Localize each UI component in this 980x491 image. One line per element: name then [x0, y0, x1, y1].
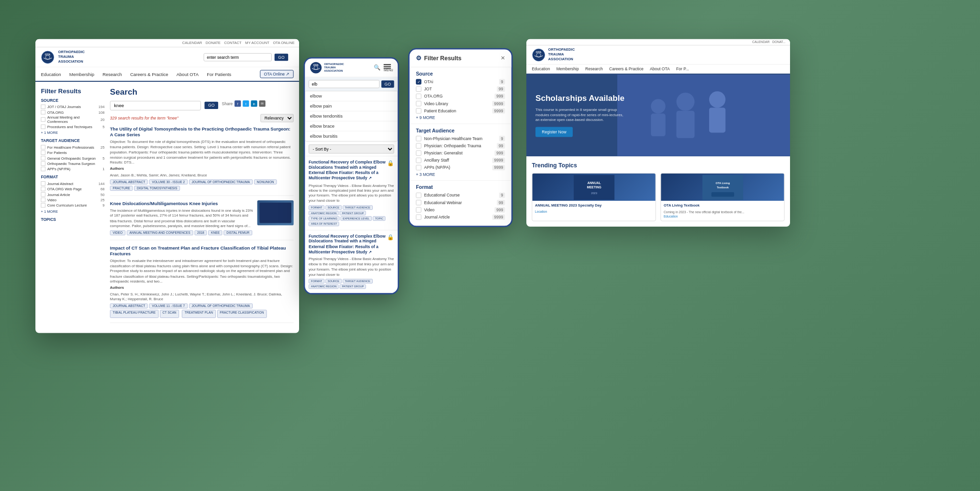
register-button[interactable]: Register Now [535, 127, 573, 137]
journal-article-format-cb[interactable] [416, 214, 421, 219]
journal-article-checkbox[interactable] [41, 192, 45, 197]
main-search-input[interactable] [110, 100, 201, 110]
mobile-result-title-2[interactable]: Functional Recovery of Complex Elbow Dis… [309, 233, 394, 254]
tag-treatment-plan[interactable]: TREATMENT PLAN [182, 310, 216, 318]
video-format-cb[interactable] [416, 207, 421, 212]
twitter-share-icon[interactable]: t [243, 100, 249, 107]
right-nav-about[interactable]: About OTA [650, 66, 670, 71]
sidebar-otaorg[interactable]: OTA.ORG 108 [41, 110, 104, 115]
source-filter-more[interactable]: + 9 MORE [416, 115, 505, 120]
mobile-left-search-input[interactable] [309, 80, 379, 88]
nav-careers[interactable]: Careers & Practice [130, 71, 168, 76]
right-topbar-calendar[interactable]: CALENDAR [752, 40, 769, 44]
trending-card-textbook[interactable]: OTA Living Textbook OTA Living Textbook … [660, 173, 784, 221]
right-topbar-donat[interactable]: DONAT... [772, 40, 786, 44]
edu-webinar-cb[interactable] [416, 200, 421, 205]
format-more-link[interactable]: + 1 MORE [41, 209, 104, 214]
core-curriculum-checkbox[interactable] [41, 203, 45, 207]
tag-journal-abstract[interactable]: JOURNAL ABSTRACT [110, 179, 148, 184]
linkedin-share-icon[interactable]: in [251, 100, 257, 107]
main-go-button[interactable]: GO [204, 102, 218, 109]
mobile-tag-experience-level[interactable]: EXPERIENCE LEVEL [340, 216, 372, 220]
jot-checkbox[interactable] [41, 104, 45, 109]
otaorg-cb[interactable] [416, 93, 421, 98]
mobile-search-icon[interactable]: 🔍 [373, 64, 381, 72]
sort-select[interactable]: Relevancy [260, 114, 293, 122]
trending-card-annual-meeting[interactable]: ANNUAL MEETING 2023 ANNUAL MEETING 2023 … [532, 173, 656, 221]
filter-edu-webinar[interactable]: Educational Webinar 99 [416, 200, 505, 205]
mobile-tag-anatomic-region-1[interactable]: ANATOMIC REGION [309, 210, 339, 215]
video-library-cb[interactable] [416, 100, 421, 106]
autocomplete-elbow-brace[interactable]: elbow brace [305, 121, 397, 131]
sidebar-journal-article[interactable]: Journal Article 50 [41, 192, 104, 197]
filter-edu-course[interactable]: Educational Course 9 [416, 192, 505, 197]
sidebar-general-surgeon[interactable]: General Orthopaedic Surgeon 5 [41, 156, 104, 161]
filter-journal-article-format[interactable]: Journal Article 9999 [416, 214, 505, 219]
topbar-contact[interactable]: CONTACT [224, 41, 242, 45]
tag-journal-abstract-3[interactable]: JOURNAL ABSTRACT [110, 303, 148, 308]
otai-checkbox[interactable]: ✓ [416, 79, 421, 84]
autocomplete-elbow-bursitis[interactable]: elbow bursitis [305, 131, 397, 141]
tag-video[interactable]: VIDEO [110, 230, 125, 235]
sidebar-otaorg-webpage[interactable]: OTA.ORG Web Page 68 [41, 186, 104, 191]
autocomplete-elbow-pain[interactable]: elbow pain [305, 101, 397, 111]
tag-distal-femur[interactable]: DISTAL FEMUR [224, 230, 252, 235]
filter-ortho-trauma[interactable]: Physician: Orthopaedic Trauma 99 [416, 143, 505, 148]
topbar-donate[interactable]: DONATE [206, 41, 221, 45]
tag-volume-3[interactable]: VOLUME 11 - ISSUE 7 [149, 303, 188, 308]
otaorg-checkbox[interactable] [41, 110, 45, 115]
mobile-tag-target-audience-2[interactable]: TARGET AUDIENCE [343, 279, 373, 284]
nav-patients[interactable]: For Patients [207, 71, 231, 76]
sidebar-ortho-trauma-surgeon[interactable]: Orthopaedic Trauma Surgeon [41, 161, 104, 166]
procedures-checkbox[interactable] [41, 124, 45, 129]
result-title-1[interactable]: The Utility of Digital Tomosynthesis to … [110, 126, 294, 138]
jot-cb[interactable] [416, 86, 421, 91]
sidebar-jot-journals[interactable]: JOT / OTAJ Journals 194 [41, 104, 104, 109]
nav-research[interactable]: Research [102, 71, 122, 76]
tag-nonunion[interactable]: NONUNION [254, 179, 277, 184]
mobile-tag-patient-group[interactable]: PATIENT GROUP [340, 210, 366, 215]
filter-video-format[interactable]: Video 999 [416, 207, 505, 212]
filter-close-button[interactable]: × [501, 54, 505, 62]
ancillary-cb[interactable] [416, 157, 421, 163]
non-physician-cb[interactable] [416, 136, 421, 141]
tag-knee[interactable]: KNEE [208, 230, 223, 235]
right-nav-education[interactable]: Education [532, 66, 550, 71]
mobile-menu-toggle[interactable]: MENU [384, 64, 393, 71]
ortho-trauma-cb[interactable] [416, 143, 421, 148]
topbar-otaonline[interactable]: OTA ONLINE [273, 41, 294, 45]
autocomplete-elbow[interactable]: elbow [305, 91, 397, 101]
facebook-share-icon[interactable]: f [234, 100, 241, 107]
filter-apps-target[interactable]: APPs (NP/PA) 9999 [416, 164, 505, 170]
autocomplete-elbow-tendonitis[interactable]: elbow tendonitis [305, 111, 397, 121]
tag-volume[interactable]: VOLUME 30 - ISSUE 2 [149, 179, 188, 184]
sidebar-for-patients[interactable]: For Patients [41, 150, 104, 155]
nav-education[interactable]: Education [41, 71, 61, 76]
source-more-link[interactable]: + 1 MORE [41, 131, 104, 135]
generalist-cb[interactable] [416, 150, 421, 155]
mobile-tag-source-2[interactable]: SOURCE [325, 279, 342, 284]
sidebar-procedures[interactable]: Procedures and Techniques 5 [41, 124, 104, 129]
filter-ancillary[interactable]: Ancillary Staff 9999 [416, 157, 505, 163]
tag-fracture-class[interactable]: FRACTURE CLASSIFICATION [217, 310, 267, 318]
mobile-tag-source[interactable]: SOURCE [325, 205, 342, 209]
filter-video-library[interactable]: Video Library 9999 [416, 100, 505, 106]
general-surgeon-checkbox[interactable] [41, 156, 45, 161]
patient-ed-cb[interactable] [416, 108, 421, 113]
ota-online-button[interactable]: OTA Online ↗ [260, 70, 294, 78]
sidebar-apps[interactable]: APPs (NP/PA) 1 [41, 166, 104, 171]
mobile-tag-format-2[interactable]: FORMAT [309, 279, 324, 284]
filter-patient-ed[interactable]: Patient Education 9999 [416, 108, 505, 113]
filter-non-physician[interactable]: Non-Physician Healthcare Team 9 [416, 136, 505, 141]
mobile-tag-anatomic-region-2[interactable]: ANATOMIC REGION [309, 284, 339, 289]
target-filter-more[interactable]: + 3 MORE [416, 172, 505, 177]
sidebar-annual-meeting[interactable]: Annual Meeting and Conferences 20 [41, 115, 104, 123]
mobile-result-title-1[interactable]: Functional Recovery of Complex Elbow Dis… [309, 160, 394, 181]
tag-annual-meetings[interactable]: ANNUAL MEETING AND CONFERENCES [127, 230, 193, 235]
mobile-tag-target-audience[interactable]: TARGET AUDIENCE [343, 205, 373, 209]
nav-about[interactable]: About OTA [177, 71, 199, 76]
tag-digital-tomo[interactable]: DIGITAL TOMOSYNTHESIS [134, 185, 180, 190]
email-share-icon[interactable]: ✉ [259, 100, 265, 107]
topbar-calendar[interactable]: CALENDAR [182, 41, 202, 45]
result-title-3[interactable]: Impact of CT Scan on Treatment Plan and … [110, 245, 294, 257]
